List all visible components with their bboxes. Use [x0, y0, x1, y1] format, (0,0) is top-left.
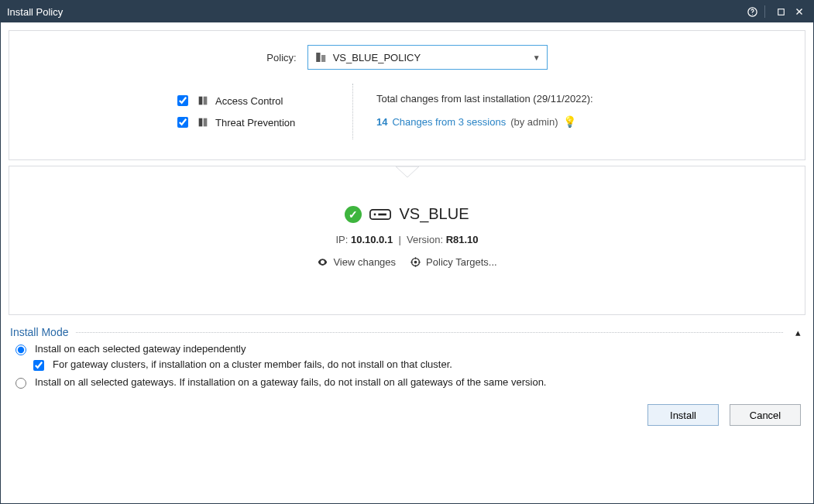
collapse-section-icon[interactable]: ▴	[791, 327, 805, 338]
eye-icon	[317, 256, 328, 268]
svg-rect-6	[204, 97, 208, 105]
svg-rect-12	[379, 213, 387, 215]
mode-cluster-label: For gateway clusters, if installation on…	[53, 358, 452, 370]
threat-prevention-checkbox[interactable]	[177, 117, 188, 128]
blades-column: Access Control Threat Prevention	[174, 84, 329, 139]
svg-rect-8	[204, 118, 208, 127]
install-button[interactable]: Install	[647, 404, 719, 426]
policy-panel: Policy: VS_BLUE_POLICY ▼ Access Control	[9, 30, 805, 160]
window-title: Install Policy	[7, 6, 63, 18]
chevron-down-icon: ▼	[533, 53, 541, 62]
mode-all-label: Install on all selected gateways. If ins…	[35, 376, 546, 388]
access-control-icon	[197, 94, 209, 107]
status-ok-icon: ✓	[345, 206, 362, 223]
gateway-actions: View changes Policy Targets...	[317, 256, 496, 268]
column-separator	[352, 84, 353, 139]
mode-cluster-checkbox[interactable]	[33, 360, 44, 371]
lightbulb-icon: 💡	[563, 115, 576, 128]
svg-rect-5	[199, 97, 203, 105]
maximize-icon[interactable]	[773, 4, 788, 19]
mode-all-radio[interactable]	[15, 378, 26, 389]
view-changes-link[interactable]: View changes	[317, 256, 396, 268]
mode-independent-row[interactable]: Install on each selected gateway indepen…	[12, 343, 802, 355]
install-mode-heading: Install Mode	[10, 326, 68, 338]
section-dots	[76, 332, 783, 333]
threat-prevention-icon	[197, 116, 209, 129]
threat-prevention-checkbox-row[interactable]: Threat Prevention	[174, 115, 329, 130]
mode-independent-label: Install on each selected gateway indepen…	[35, 343, 246, 355]
gateway-icon	[369, 207, 391, 222]
titlebar-separator	[764, 5, 765, 18]
policy-label: Policy:	[266, 52, 296, 63]
svg-point-15	[414, 261, 417, 263]
access-control-checkbox[interactable]	[177, 95, 188, 106]
changes-by: (by admin)	[510, 116, 558, 128]
threat-prevention-label: Threat Prevention	[215, 117, 295, 129]
svg-rect-2	[778, 9, 784, 15]
install-policy-window: Install Policy Policy: VS_BLUE_POLICY ▼	[0, 0, 814, 504]
changes-sessions-link[interactable]: Changes from 3 sessions	[392, 116, 506, 128]
svg-point-11	[374, 213, 376, 215]
changes-column: Total changes from last installation (29…	[376, 84, 640, 139]
policy-targets-link[interactable]: Policy Targets...	[410, 256, 497, 268]
gateway-panel: ✓ VS_BLUE IP: 10.10.0.1 | Version: R81.1…	[9, 166, 805, 315]
close-icon[interactable]	[792, 4, 807, 19]
mode-cluster-subrow[interactable]: For gateway clusters, if installation on…	[30, 358, 802, 373]
svg-point-1	[752, 14, 753, 15]
target-icon	[410, 256, 421, 268]
policy-icon	[314, 50, 328, 64]
svg-marker-9	[396, 166, 419, 177]
policy-dropdown-text: VS_BLUE_POLICY	[333, 52, 533, 63]
svg-rect-3	[316, 53, 320, 62]
changes-detail: 14 Changes from 3 sessions (by admin) 💡	[376, 115, 640, 128]
install-mode-section: Install Mode ▴ Install on each selected …	[9, 323, 805, 392]
gateway-name: VS_BLUE	[399, 205, 469, 223]
access-control-label: Access Control	[215, 95, 283, 107]
policy-dropdown[interactable]: VS_BLUE_POLICY ▼	[307, 45, 548, 70]
mode-independent-radio[interactable]	[15, 345, 26, 355]
content-area: Policy: VS_BLUE_POLICY ▼ Access Control	[1, 22, 813, 503]
svg-rect-4	[321, 55, 325, 62]
svg-rect-7	[199, 118, 203, 127]
svg-point-13	[322, 261, 325, 263]
access-control-checkbox-row[interactable]: Access Control	[174, 93, 329, 108]
gateway-header: ✓ VS_BLUE	[345, 205, 469, 223]
gateway-details: IP: 10.10.0.1 | Version: R81.10	[335, 234, 478, 245]
changes-summary: Total changes from last installation (29…	[376, 93, 640, 105]
help-icon[interactable]	[744, 4, 760, 19]
changes-count: 14	[376, 116, 387, 128]
titlebar: Install Policy	[1, 1, 813, 22]
mode-all-row[interactable]: Install on all selected gateways. If ins…	[12, 376, 802, 389]
cancel-button[interactable]: Cancel	[730, 404, 801, 426]
dialog-footer: Install Cancel	[9, 399, 805, 426]
